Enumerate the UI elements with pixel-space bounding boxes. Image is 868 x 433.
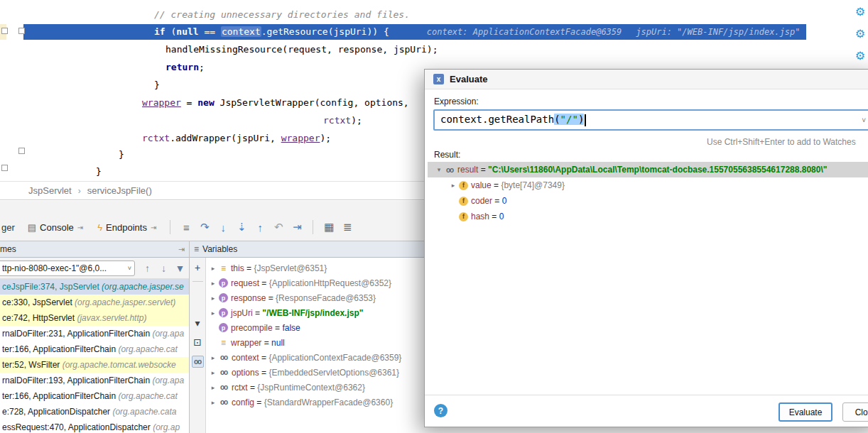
evaluate-watch-icon[interactable]: oo xyxy=(192,356,204,368)
chevron-right-icon[interactable]: ▸ xyxy=(209,265,217,272)
result-row[interactable]: fhash = 0 xyxy=(428,209,868,224)
jump-arrow-icon: ⇥ xyxy=(77,224,83,231)
variable-row[interactable]: ▸oooptions = {EmbeddedServletOptions@636… xyxy=(206,365,424,380)
frame-row[interactable]: rnalDoFilter:193, ApplicationFilterChain… xyxy=(0,373,189,388)
frames-toolbar: ttp-nio-8080-exec-1"@6,0... ˅ ↑↓▼ xyxy=(0,258,189,279)
variable-row[interactable]: ▸≡this = {JspServlet@6351} xyxy=(206,261,424,275)
frame-row[interactable]: rnalDoFilter:231, ApplicationFilterChain… xyxy=(0,326,189,341)
value-icon: ≡ xyxy=(219,338,228,348)
code-line: handleMissingResource(request, response,… xyxy=(166,42,438,57)
fold-marker[interactable] xyxy=(18,148,25,154)
chevron-down-icon: ˅ xyxy=(128,265,131,272)
chevron-right-icon[interactable]: ▸ xyxy=(209,295,217,302)
breadcrumb-class[interactable]: JspServlet xyxy=(28,185,72,196)
breadcrumb-method[interactable]: serviceJspFile() xyxy=(87,185,152,196)
thread-selector[interactable]: ttp-nio-8080-exec-1"@6,0... ˅ xyxy=(0,261,135,276)
frame-row[interactable]: e:728, ApplicationDispatcher (org.apache… xyxy=(0,404,189,420)
code-line: wrapper = new JspServletWrapper(config, … xyxy=(142,95,409,111)
step-out-icon[interactable]: ↑ xyxy=(251,221,269,234)
chevron-right-icon[interactable]: ▸ xyxy=(209,369,217,376)
paren-open: ( xyxy=(554,114,560,125)
drop-frame-icon[interactable]: ↶ xyxy=(269,221,288,234)
variable-row[interactable]: ▸presponse = {ResponseFacade@6353} xyxy=(206,290,424,305)
step-into-icon[interactable]: ↓ xyxy=(214,221,232,234)
code-line: if (null == context.getResource(jspUri))… xyxy=(154,24,800,40)
frame-row[interactable]: ter:166, ApplicationFilterChain (org.apa… xyxy=(0,388,189,404)
frames-panel: mes ⇥ ttp-nio-8080-exec-1"@6,0... ˅ ↑↓▼ … xyxy=(0,241,189,433)
dialog-footer: ? Evaluate Close xyxy=(425,395,868,427)
result-label: Result: xyxy=(434,150,460,160)
variable-row[interactable]: ▸oocontext = {ApplicationContextFacade@6… xyxy=(206,350,424,365)
variables-panel-header: ≡ Variables xyxy=(190,241,424,258)
thread-selector-value: ttp-nio-8080-exec-1"@6,0... xyxy=(2,263,128,273)
code-line: } xyxy=(96,164,102,180)
result-row[interactable]: ▾ooresult = "C:\Users\11860\AppData\Loca… xyxy=(428,162,868,177)
variables-panel-title: Variables xyxy=(202,244,237,254)
run-to-cursor-icon[interactable]: ⇥ xyxy=(288,221,306,234)
fold-marker[interactable] xyxy=(1,28,8,34)
frame-row[interactable]: ce:330, JspServlet (org.apache.jasper.se… xyxy=(0,295,189,310)
chevron-right-icon[interactable]: ▸ xyxy=(209,280,217,287)
variable-row[interactable]: ▸prequest = {ApplicationHttpRequest@6352… xyxy=(206,275,424,290)
field-icon: f xyxy=(459,212,468,221)
settings-menu-icon[interactable]: ≡ xyxy=(177,221,195,234)
help-icon[interactable]: ? xyxy=(434,404,447,417)
layout-settings-icon[interactable]: ≣ xyxy=(338,221,357,234)
variable-row[interactable]: ▸ooconfig = {StandardWrapperFacade@6360} xyxy=(206,395,424,410)
chevron-right-icon[interactable]: ▸ xyxy=(209,309,217,317)
fold-marker[interactable] xyxy=(18,28,25,34)
ide-window: // creating unnecessary directories and … xyxy=(0,0,868,433)
tab-debugger-cut[interactable]: ger xyxy=(0,222,21,233)
variable-row[interactable]: pprecompile = false xyxy=(206,320,424,335)
parameter-icon: p xyxy=(219,323,228,332)
toolbar-separator xyxy=(313,220,313,234)
variable-row[interactable]: ▸oorctxt = {JspRuntimeContext@6362} xyxy=(206,380,424,395)
expression-text: context.getRealPath("/") xyxy=(440,114,586,126)
tab-endpoints-label: Endpoints xyxy=(106,222,147,233)
variable-row[interactable]: ▸pjspUri = "/WEB-INF/jsp/index.jsp" xyxy=(206,305,424,320)
view-options-icon[interactable]: ▦ xyxy=(320,221,338,234)
frame-row[interactable]: essRequest:470, ApplicationDispatcher (o… xyxy=(0,420,189,433)
dialog-titlebar[interactable]: x Evaluate xyxy=(425,70,868,89)
copy-icon[interactable]: ⊡ xyxy=(192,336,204,349)
tab-console[interactable]: ▤ Console ⇥ xyxy=(21,218,90,237)
toolbar-separator xyxy=(170,220,170,234)
menu-icon: ≡ xyxy=(194,244,199,254)
panel-arrow-icon[interactable]: ⇥ xyxy=(178,245,185,254)
add-watch-button[interactable]: + xyxy=(192,262,204,274)
evaluate-dialog: x Evaluate Expression: context.getRealPa… xyxy=(424,69,868,427)
parameter-icon: p xyxy=(219,293,228,302)
result-row[interactable]: ▸fvalue = {byte[74]@7349} xyxy=(428,177,868,193)
fold-marker[interactable] xyxy=(1,165,8,171)
prev-frame-icon[interactable]: ↑ xyxy=(139,263,156,274)
chevron-down-icon[interactable]: ▾ xyxy=(192,317,204,329)
frames-panel-header: mes ⇥ xyxy=(0,241,189,258)
expression-selection: ("/") xyxy=(554,114,584,125)
chevron-icon[interactable]: ▸ xyxy=(449,182,457,189)
dialog-title: Evaluate xyxy=(450,74,487,84)
paren-close: ) xyxy=(578,114,584,125)
frame-row[interactable]: ce:742, HttpServlet (javax.servlet.http) xyxy=(0,310,189,326)
frame-row[interactable]: ceJspFile:374, JspServlet (org.apache.ja… xyxy=(0,279,189,295)
chevron-down-icon[interactable]: ˅ xyxy=(862,116,866,124)
frame-row[interactable]: ter:52, WsFilter (org.apache.tomcat.webs… xyxy=(0,357,189,373)
step-over-icon[interactable]: ↷ xyxy=(195,221,214,234)
frames-list: ceJspFile:374, JspServlet (org.apache.ja… xyxy=(0,279,189,433)
force-step-into-icon[interactable]: ⇣ xyxy=(232,221,251,234)
frames-panel-title: mes xyxy=(0,244,16,254)
variable-row[interactable]: ≡wrapper = null xyxy=(206,335,424,350)
expression-input[interactable]: context.getRealPath("/") ˅ xyxy=(433,109,868,131)
chevron-right-icon[interactable]: ▸ xyxy=(209,384,217,391)
evaluate-button[interactable]: Evaluate xyxy=(779,402,832,422)
next-frame-icon[interactable]: ↓ xyxy=(156,263,172,274)
chevron-icon[interactable]: ▾ xyxy=(435,166,443,173)
parameter-icon: p xyxy=(219,308,228,317)
result-row[interactable]: fcoder = 0 xyxy=(428,193,868,209)
filter-icon[interactable]: ▼ xyxy=(172,263,188,274)
tab-console-label: Console xyxy=(40,222,74,233)
chevron-right-icon[interactable]: ▸ xyxy=(209,399,217,406)
tab-endpoints[interactable]: ϟ Endpoints ⇥ xyxy=(90,218,163,237)
chevron-right-icon[interactable]: ▸ xyxy=(209,354,217,361)
close-button[interactable]: Close xyxy=(842,402,868,422)
frame-row[interactable]: ter:166, ApplicationFilterChain (org.apa… xyxy=(0,341,189,357)
